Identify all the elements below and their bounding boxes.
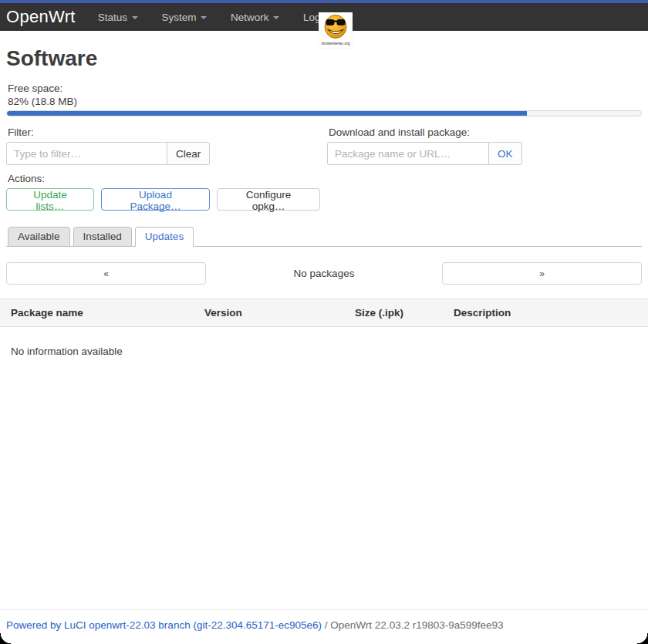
tab-updates[interactable]: Updates (135, 227, 194, 247)
prev-page-button[interactable]: « (6, 262, 206, 285)
chevron-down-icon (273, 16, 279, 19)
chevron-down-icon (201, 16, 207, 19)
nav-item-system-label: System (161, 12, 196, 23)
footer-separator: / (325, 619, 328, 631)
footer: Powered by LuCI openwrt-22.03 branch (gi… (0, 609, 648, 640)
free-space-progressbar (6, 110, 642, 116)
brand-logo-text[interactable]: OpenWrt (6, 7, 76, 27)
filter-and-actions-column: Filter: Clear Actions: Update lists… Upl… (6, 126, 327, 211)
nav-item-network[interactable]: Network (231, 12, 280, 23)
window-corner-bottom-left (0, 633, 11, 644)
main-menu: Status System Network Logout (88, 10, 345, 24)
upload-package-button[interactable]: Upload Package… (101, 188, 210, 211)
download-input-group: OK (327, 142, 642, 165)
nav-item-network-label: Network (231, 12, 269, 23)
actions-label: Actions: (6, 172, 327, 185)
download-install-label: Download and install package: (327, 126, 642, 139)
chevron-down-icon (132, 16, 138, 19)
packages-table-header: Package name Version Size (.ipk) Descrip… (0, 298, 648, 327)
package-url-input[interactable] (327, 142, 489, 165)
pager-status-text: No packages (206, 268, 442, 279)
free-space-progressbar-fill (7, 111, 527, 116)
content-area: Software Free space: 82% (18.8 MB) Filte… (0, 46, 648, 357)
clear-filter-button[interactable]: Clear (167, 142, 210, 165)
free-space-label: Free space: (6, 82, 642, 95)
download-column: Download and install package: OK (327, 126, 642, 211)
actions-row: Update lists… Upload Package… Configure … (6, 188, 327, 211)
nav-item-system[interactable]: System (161, 12, 207, 23)
site-logo: strobelstefan.org (319, 12, 353, 48)
filter-input-group: Clear (6, 142, 327, 165)
filter-input[interactable] (6, 142, 167, 165)
nav-item-status[interactable]: Status (98, 12, 138, 23)
download-ok-button[interactable]: OK (488, 142, 522, 165)
column-header-version: Version (204, 307, 355, 319)
next-page-button[interactable]: » (442, 262, 642, 285)
configure-opkg-button[interactable]: Configure opkg… (217, 188, 320, 211)
empty-table-message: No information available (6, 346, 642, 357)
free-space-value: 82% (18.8 MB) (6, 95, 642, 108)
column-header-description: Description (454, 307, 648, 319)
column-header-size: Size (.ipk) (355, 307, 454, 319)
smiley-sunglasses-icon (322, 13, 349, 41)
luci-branch-link[interactable]: Powered by LuCI openwrt-22.03 branch (6, 619, 191, 631)
update-lists-button[interactable]: Update lists… (6, 188, 94, 211)
pagination: « No packages » (6, 262, 642, 285)
tab-bar: Available Installed Updates (6, 227, 642, 247)
page-title: Software (6, 46, 642, 71)
tab-installed[interactable]: Installed (73, 227, 132, 247)
controls-row: Filter: Clear Actions: Update lists… Upl… (6, 126, 642, 211)
nav-item-status-label: Status (98, 12, 127, 23)
firmware-version-text: OpenWrt 22.03.2 r19803-9a599fee93 (330, 619, 503, 631)
git-revision-link[interactable]: (git-22.304.65171-ec905e6) (193, 619, 322, 631)
navbar: OpenWrt Status System Network Logout str… (0, 3, 648, 31)
filter-label: Filter: (6, 126, 327, 139)
tab-available[interactable]: Available (8, 227, 70, 247)
site-logo-caption: strobelstefan.org (319, 41, 353, 46)
free-space-section: Free space: 82% (18.8 MB) (6, 82, 642, 116)
window-corner-bottom-right (637, 633, 648, 644)
column-header-package-name: Package name (0, 307, 204, 319)
